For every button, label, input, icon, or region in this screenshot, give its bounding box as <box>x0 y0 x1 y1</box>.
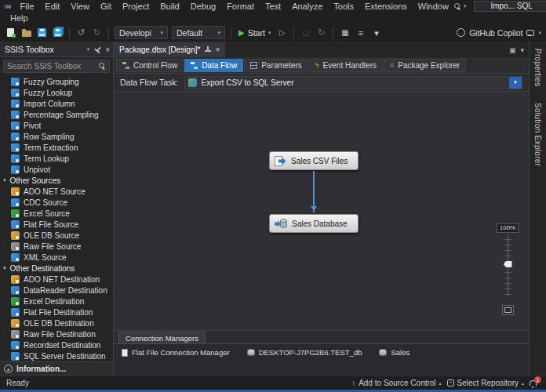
start-without-debugging-button[interactable]: ▷ <box>276 27 288 39</box>
toolbox-item-label: Term Lookup <box>24 154 69 163</box>
tab-parameters[interactable]: Parameters <box>244 59 308 72</box>
toolbox-item[interactable]: Import Column <box>0 98 113 109</box>
solution-platform-dropdown[interactable]: Default ▾ <box>172 26 225 39</box>
solution-configuration-dropdown[interactable]: Developi ▾ <box>115 26 168 39</box>
toolbox-close-button[interactable]: × <box>105 45 110 54</box>
pivot-icon <box>11 122 20 130</box>
save-all-button[interactable] <box>52 27 64 39</box>
menu-build[interactable]: Build <box>155 0 184 13</box>
redo-button[interactable]: ↻ <box>91 27 103 39</box>
toolbox-item[interactable]: Flat File Source <box>0 219 113 230</box>
toolbox-item[interactable]: Excel Destination <box>0 296 113 307</box>
toolbox-section-other-sources[interactable]: ▾Other Sources <box>0 175 113 186</box>
toolbox-item[interactable]: OLE DB Source <box>0 230 113 241</box>
toolbox-item[interactable]: Pivot <box>0 120 113 131</box>
toolbox-item[interactable]: Raw File Destination <box>0 328 113 339</box>
toolbox-item[interactable]: SQL Server Destination <box>0 350 113 361</box>
tab-close-button[interactable]: × <box>215 45 220 54</box>
pin-button[interactable] <box>93 43 102 56</box>
new-file-button[interactable] <box>5 27 16 39</box>
data-flow-task-dropdown[interactable]: Export CSV to SQL Server ▼ <box>184 76 523 89</box>
node-sales-database[interactable]: Sales Database <box>269 214 359 233</box>
notifications-button[interactable]: 1 <box>530 379 540 388</box>
fuzzy-grouping-icon <box>11 78 20 86</box>
menu-view[interactable]: View <box>65 0 95 13</box>
tab-package-explorer[interactable]: ≡ Package Explorer <box>384 59 466 72</box>
zoom-to-fit-button[interactable] <box>502 305 514 315</box>
add-to-source-control-button[interactable]: ↑ Add to Source Control ▴ <box>351 379 441 387</box>
list-button[interactable]: ≡ <box>355 27 366 39</box>
connection-managers-tab[interactable]: Connection Managers <box>118 332 206 343</box>
sidebar-tab-properties[interactable]: Properties <box>533 49 542 87</box>
connection-sales[interactable]: Sales <box>379 348 410 357</box>
find-in-files-button[interactable]: ▦ <box>339 27 351 39</box>
toolbox-item[interactable]: ADO NET Source <box>0 186 113 197</box>
zoom-slider-thumb[interactable] <box>504 261 512 267</box>
break-all-button[interactable]: □ <box>300 27 311 39</box>
tab-data-flow[interactable]: Data Flow <box>184 59 243 72</box>
menu-extensions[interactable]: Extensions <box>359 0 413 13</box>
menu-window[interactable]: Window <box>413 0 454 13</box>
data-flow-design-surface[interactable]: Sales CSV Files Sales Database 100% <box>114 92 529 331</box>
open-folder-button[interactable] <box>20 27 32 39</box>
connection-oledb-testdb[interactable]: DESKTOP-J7PG2B6.TEST_db <box>247 348 362 357</box>
toolbox-item[interactable]: Excel Source <box>0 208 113 219</box>
toolbox-item[interactable]: Fuzzy Grouping <box>0 76 113 87</box>
start-debug-button[interactable]: ▶ Start ▾ <box>237 27 272 39</box>
menu-edit[interactable]: Edit <box>39 0 65 13</box>
select-repository-button[interactable]: Select Repository ▴ <box>447 379 524 387</box>
connection-flat-file[interactable]: Flat File Connection Manager <box>122 348 230 357</box>
restart-button[interactable]: ↻ <box>315 27 327 39</box>
tab-label: Package Explorer <box>398 61 460 70</box>
data-flow-path-arrow[interactable] <box>313 171 315 212</box>
toolbox-item[interactable]: ADO NET Destination <box>0 274 113 285</box>
toolbox-item[interactable]: CDC Source <box>0 197 113 208</box>
toolbar-overflow-chevron[interactable]: ▾ <box>370 27 382 39</box>
document-tab-package[interactable]: Package.dtsx [Design]* × <box>114 42 225 57</box>
zoom-slider[interactable] <box>504 234 512 296</box>
sidebar-tab-solution-explorer[interactable]: Solution Explorer <box>533 103 542 166</box>
menu-debug[interactable]: Debug <box>185 0 221 13</box>
menu-help[interactable]: Help <box>5 12 34 24</box>
menu-analyze[interactable]: Analyze <box>286 0 328 13</box>
source-node-icon <box>275 156 286 166</box>
window-position-chevron-icon[interactable]: ▾ <box>87 43 90 56</box>
toolbox-item[interactable]: Flat File Destination <box>0 307 113 318</box>
tab-list-chevron-icon[interactable]: ▾ <box>520 46 524 54</box>
github-copilot-button[interactable]: GitHub Copilot ▾ <box>457 27 541 39</box>
tab-control-flow[interactable]: Control Flow <box>116 59 184 72</box>
toolbox-section-other-destinations[interactable]: ▾Other Destinations <box>0 263 113 274</box>
toolbox-item[interactable]: Term Lookup <box>0 153 113 164</box>
toolbox-item[interactable]: Term Extraction <box>0 142 113 153</box>
menu-git[interactable]: Git <box>95 0 117 13</box>
toolbox-item[interactable]: Fuzzy Lookup <box>0 87 113 98</box>
toolbox-item[interactable]: Recordset Destination <box>0 339 113 350</box>
dropdown-arrow-button[interactable]: ▼ <box>509 77 522 89</box>
toolbox-item[interactable]: Unpivot <box>0 164 113 175</box>
save-button[interactable] <box>36 27 48 39</box>
toolbox-item[interactable]: Row Sampling <box>0 131 113 142</box>
titlebar-search-button[interactable]: ▾ <box>454 0 467 13</box>
menu-tools[interactable]: Tools <box>328 0 359 13</box>
tab-event-handlers[interactable]: ϟ Event Handlers <box>309 59 383 72</box>
menu-test[interactable]: Test <box>260 0 286 13</box>
toolbox-item[interactable]: DataReader Destination <box>0 285 113 296</box>
toolbox-information-bar[interactable]: ▴ Information... <box>0 361 113 376</box>
undo-button[interactable]: ↺ <box>75 27 87 39</box>
toolbar-separator <box>108 27 109 38</box>
data-flow-task-row: Data Flow Task: Export CSV to SQL Server… <box>114 74 529 92</box>
percentage-sampling-icon <box>11 111 20 119</box>
toolbox-item[interactable]: OLE DB Destination <box>0 318 113 328</box>
menu-file[interactable]: File <box>15 0 40 13</box>
preview-icon[interactable]: ▣ <box>509 46 516 54</box>
toolbox-item[interactable]: XML Source <box>0 252 113 263</box>
toolbox-search-input[interactable] <box>7 62 96 71</box>
toolbox-item-label: CDC Source <box>24 198 67 207</box>
menu-project[interactable]: Project <box>117 0 155 13</box>
toolbox-item[interactable]: Percentage Sampling <box>0 109 113 120</box>
node-sales-csv-files[interactable]: Sales CSV Files <box>269 151 359 170</box>
package-explorer-icon: ≡ <box>390 62 394 69</box>
pin-icon[interactable] <box>204 46 211 53</box>
toolbox-item[interactable]: Raw File Source <box>0 241 113 252</box>
menu-format[interactable]: Format <box>221 0 260 13</box>
